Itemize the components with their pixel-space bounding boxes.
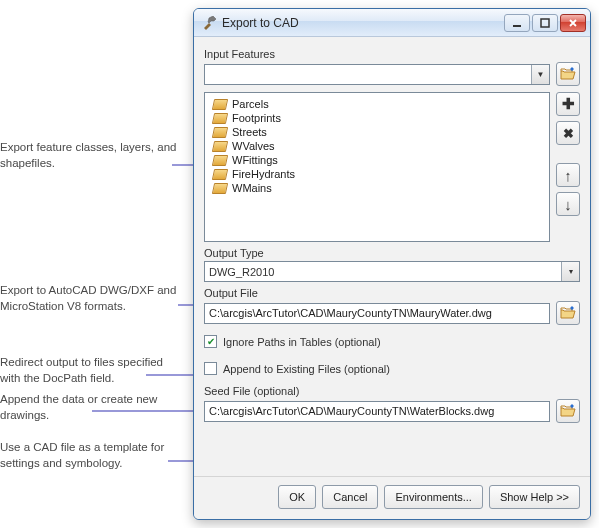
output-type-label: Output Type <box>204 242 580 261</box>
output-type-value: DWG_R2010 <box>209 266 274 278</box>
window-title: Export to CAD <box>222 16 504 30</box>
hammer-icon <box>202 16 216 30</box>
annotation-append: Append the data or create new drawings. <box>0 392 180 423</box>
close-button[interactable] <box>560 14 586 32</box>
list-item[interactable]: WMains <box>211 181 549 195</box>
svg-rect-1 <box>541 19 549 27</box>
dialog-body: Input Features ▼ ParcelsFootprintsStreet… <box>194 37 590 476</box>
maximize-button[interactable] <box>532 14 558 32</box>
folder-open-icon <box>560 306 576 320</box>
list-item-label: WFittings <box>232 154 278 166</box>
environments-button[interactable]: Environments... <box>384 485 482 509</box>
svg-rect-0 <box>513 25 521 27</box>
list-item-label: FireHydrants <box>232 168 295 180</box>
output-file-value: C:\arcgis\ArcTutor\CAD\MauryCountyTN\Mau… <box>209 307 492 319</box>
list-item[interactable]: WValves <box>211 139 549 153</box>
ok-button[interactable]: OK <box>278 485 316 509</box>
move-down-button[interactable]: ↓ <box>556 192 580 216</box>
titlebar[interactable]: Export to CAD <box>194 9 590 37</box>
browse-seed-button[interactable] <box>556 399 580 423</box>
list-item-label: Parcels <box>232 98 269 110</box>
add-feature-button[interactable]: ✚ <box>556 92 580 116</box>
output-file-input[interactable]: C:\arcgis\ArcTutor\CAD\MauryCountyTN\Mau… <box>204 303 550 324</box>
output-file-label: Output File <box>204 282 580 301</box>
feature-class-icon <box>212 155 228 166</box>
input-features-list[interactable]: ParcelsFootprintsStreetsWValvesWFittings… <box>204 92 550 242</box>
seed-file-input[interactable]: C:\arcgis\ArcTutor\CAD\MauryCountyTN\Wat… <box>204 401 550 422</box>
browse-features-button[interactable] <box>556 62 580 86</box>
move-up-button[interactable]: ↑ <box>556 163 580 187</box>
chevron-down-icon[interactable]: ▾ <box>561 262 579 281</box>
list-item[interactable]: Footprints <box>211 111 549 125</box>
annotation-formats: Export to AutoCAD DWG/DXF and MicroStati… <box>0 283 180 314</box>
show-help-button[interactable]: Show Help >> <box>489 485 580 509</box>
list-item[interactable]: Parcels <box>211 97 549 111</box>
annotation-docpath: Redirect output to files specified with … <box>0 355 180 386</box>
input-features-label: Input Features <box>204 43 580 62</box>
append-label: Append to Existing Files (optional) <box>223 363 390 375</box>
feature-class-icon <box>212 141 228 152</box>
seed-file-value: C:\arcgis\ArcTutor\CAD\MauryCountyTN\Wat… <box>209 405 494 417</box>
dialog-footer: OK Cancel Environments... Show Help >> <box>194 476 590 519</box>
browse-output-button[interactable] <box>556 301 580 325</box>
output-type-combo[interactable]: DWG_R2010 ▾ <box>204 261 580 282</box>
list-item-label: WValves <box>232 140 275 152</box>
append-checkbox[interactable] <box>204 362 217 375</box>
folder-open-icon <box>560 67 576 81</box>
export-to-cad-window: Export to CAD Input Features ▼ <box>193 8 591 520</box>
chevron-down-icon[interactable]: ▼ <box>531 65 549 84</box>
ignore-paths-label: Ignore Paths in Tables (optional) <box>223 336 381 348</box>
minimize-button[interactable] <box>504 14 530 32</box>
list-item[interactable]: FireHydrants <box>211 167 549 181</box>
feature-class-icon <box>212 99 228 110</box>
list-item[interactable]: Streets <box>211 125 549 139</box>
feature-class-icon <box>212 127 228 138</box>
feature-class-icon <box>212 183 228 194</box>
list-item-label: WMains <box>232 182 272 194</box>
input-features-combo[interactable]: ▼ <box>204 64 550 85</box>
annotation-seed: Use a CAD file as a template for setting… <box>0 440 180 471</box>
feature-class-icon <box>212 169 228 180</box>
list-item[interactable]: WFittings <box>211 153 549 167</box>
folder-open-icon <box>560 404 576 418</box>
annotation-features: Export feature classes, layers, and shap… <box>0 140 180 171</box>
seed-file-label: Seed File (optional) <box>204 375 580 399</box>
list-item-label: Footprints <box>232 112 281 124</box>
remove-feature-button[interactable]: ✖ <box>556 121 580 145</box>
ignore-paths-checkbox[interactable]: ✔ <box>204 335 217 348</box>
cancel-button[interactable]: Cancel <box>322 485 378 509</box>
list-item-label: Streets <box>232 126 267 138</box>
feature-class-icon <box>212 113 228 124</box>
